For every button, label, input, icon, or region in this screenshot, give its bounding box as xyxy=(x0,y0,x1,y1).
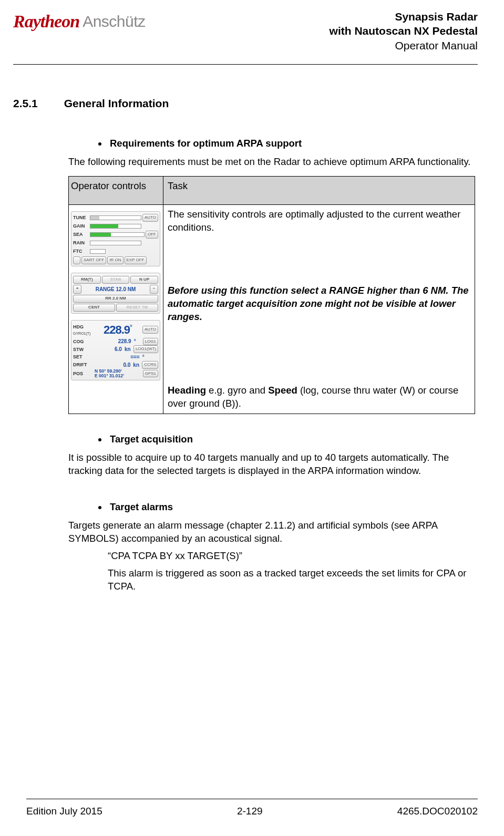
rm-button[interactable]: RM(T) xyxy=(73,276,101,284)
exp-off-button[interactable]: EXP OFF xyxy=(125,256,147,264)
gain-label: GAIN xyxy=(73,223,89,229)
ftc-label: FTC xyxy=(73,248,89,254)
target-acq-text: It is possible to acquire up to 40 targe… xyxy=(68,451,475,478)
pos-src-button[interactable]: GPS1 xyxy=(143,370,158,378)
pos-label: POS xyxy=(73,370,93,377)
document-title-block: Synapsis Radar with Nautoscan NX Pedesta… xyxy=(330,9,478,53)
th-operator-controls: Operator controls xyxy=(69,177,163,205)
range-minus-button[interactable]: − xyxy=(150,285,158,294)
cog-src-button[interactable]: LOG1 xyxy=(143,338,158,346)
range-panel: RM(T) STAB N UP + RANGE 12.0 NM − RR 2.0… xyxy=(71,273,160,314)
alarm-quote: “CPA TCPA BY xx TARGET(S)” xyxy=(108,550,475,563)
footer-page: 2-129 xyxy=(237,804,263,818)
ir-on-button[interactable]: IR ON xyxy=(107,256,123,264)
drift-value: 0.0 xyxy=(95,362,131,369)
task-cell: The sensitivity controls are optimally a… xyxy=(163,205,475,414)
drift-src-button[interactable]: CCRS xyxy=(142,361,158,369)
panel1-btn-blank[interactable] xyxy=(73,256,80,264)
cent-button[interactable]: CENT xyxy=(73,304,115,312)
logo-anschutz: Anschütz xyxy=(83,11,145,33)
pos-value: N 50° 59.290'E 001° 31.012' xyxy=(95,369,141,379)
target-alarms-text: Targets generate an alarm message (chapt… xyxy=(68,519,475,545)
gain-slider[interactable] xyxy=(90,224,141,229)
doc-title-line3: Operator Manual xyxy=(330,38,478,53)
range-value: RANGE 12.0 NM xyxy=(83,285,149,294)
tune-auto-button[interactable]: AUTO xyxy=(142,214,158,222)
stab-button[interactable]: STAB xyxy=(102,276,130,284)
controls-cell: TUNE AUTO GAIN SEA xyxy=(69,205,163,414)
bullet-arpa-req: Requirements for optimum ARPA support xyxy=(110,138,302,149)
alarm-desc: This alarm is triggered as soon as a tra… xyxy=(108,567,475,593)
bullet-target-alarms: Target alarms xyxy=(110,501,173,512)
reset-tm-button[interactable]: RESET TM xyxy=(116,304,158,312)
sart-off-button[interactable]: SART OFF xyxy=(81,256,106,264)
ftc-toggle[interactable] xyxy=(90,249,106,254)
doc-title-line2: with Nautoscan NX Pedestal xyxy=(330,24,478,38)
rr-button[interactable]: RR 2.0 NM xyxy=(73,295,158,303)
page-footer: Edition July 2015 2-129 4265.DOC020102 xyxy=(26,799,478,818)
task-range-note: Before using this function select a RANG… xyxy=(168,284,470,324)
brand-logo: Raytheon Anschütz xyxy=(13,9,146,34)
task-sensitivity-text: The sensitivity controls are optimally a… xyxy=(168,208,470,234)
section-title: General Information xyxy=(64,96,169,111)
footer-docnum: 4265.DOC020102 xyxy=(397,804,478,818)
sea-slider[interactable] xyxy=(90,232,145,237)
nup-button[interactable]: N UP xyxy=(130,276,158,284)
cog-value: 228.9 xyxy=(95,338,132,345)
stw-src-button[interactable]: LOG1(WT) xyxy=(133,345,158,353)
sea-label: SEA xyxy=(73,231,89,238)
drift-label: DRIFT xyxy=(73,362,93,368)
nav-data-panel: HDGGYRO1(T) 228.9° AUTO COG 228.9 ° LOG1 xyxy=(71,320,160,381)
rain-label: RAIN xyxy=(73,240,89,246)
th-task: Task xyxy=(163,177,475,205)
stw-value: 6.0 xyxy=(95,346,123,353)
sea-off-button[interactable]: OFF xyxy=(146,231,158,239)
doc-title-line1: Synapsis Radar xyxy=(330,9,478,24)
footer-edition: Edition July 2015 xyxy=(26,804,102,818)
logo-raytheon: Raytheon xyxy=(13,9,79,34)
tune-label: TUNE xyxy=(73,214,89,221)
tune-slider[interactable] xyxy=(90,215,141,220)
rain-slider[interactable] xyxy=(90,241,141,245)
range-plus-button[interactable]: + xyxy=(73,285,81,294)
hdg-label: HDGGYRO1(T) xyxy=(73,324,93,336)
arpa-intro-text: The following requirements must be met o… xyxy=(68,156,475,169)
hdg-value: 228.9° xyxy=(104,322,132,338)
section-number: 2.5.1 xyxy=(13,96,38,111)
set-value: === xyxy=(95,354,141,361)
bullet-target-acq: Target acquisition xyxy=(110,434,193,445)
sensitivity-panel: TUNE AUTO GAIN SEA xyxy=(71,211,160,266)
set-label: SET xyxy=(73,354,93,360)
requirements-table: Operator controls Task TUNE AUTO xyxy=(68,176,475,414)
hdg-auto-button[interactable]: AUTO xyxy=(142,326,158,334)
task-heading-speed: Heading e.g. gyro and Speed (log, course… xyxy=(168,384,470,410)
page-header: Raytheon Anschütz Synapsis Radar with Na… xyxy=(13,5,478,53)
cog-label: COG xyxy=(73,338,93,345)
stw-label: STW xyxy=(73,346,93,353)
